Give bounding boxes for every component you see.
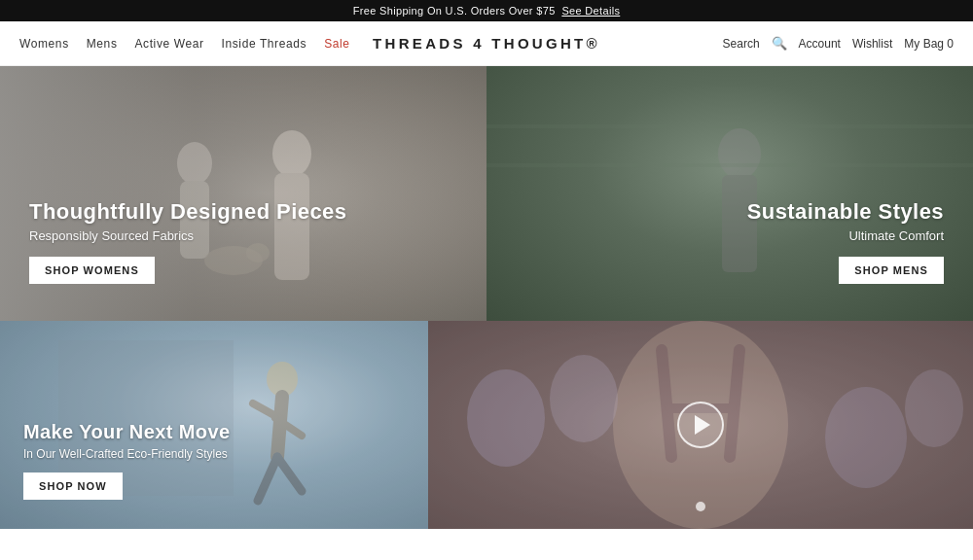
logo[interactable]: THREADS 4 THOUGHT® (373, 35, 600, 52)
svg-rect-8 (486, 124, 973, 128)
svg-point-26 (905, 369, 963, 447)
nav-left: Womens Mens Active Wear Inside Threads S… (19, 37, 350, 51)
nav-search-label[interactable]: Search (723, 37, 760, 51)
nav-womens[interactable]: Womens (19, 37, 69, 51)
nav-sale[interactable]: Sale (324, 37, 349, 51)
nav-wishlist[interactable]: Wishlist (852, 37, 892, 51)
hero-right-headline: Sustainable Styles (747, 199, 944, 225)
svg-point-6 (718, 128, 761, 179)
hero-left-panel: Thoughtfully Designed Pieces Responsibly… (0, 66, 486, 321)
hero-right-content: Sustainable Styles Ultimate Comfort SHOP… (747, 199, 944, 284)
bottom-panels: Make Your Next Move In Our Well-Crafted … (0, 321, 973, 529)
hero-left-content: Thoughtfully Designed Pieces Responsibly… (29, 199, 346, 284)
bottom-left-headline: Make Your Next Move (23, 421, 230, 443)
top-banner: Free Shipping On U.S. Orders Over $75 Se… (0, 0, 973, 21)
bottom-left-sub: In Our Well-Crafted Eco-Friendly Styles (23, 447, 230, 461)
banner-link[interactable]: See Details (561, 5, 620, 17)
hero-left-sub: Responsibly Sourced Fabrics (29, 228, 346, 243)
video-play-button[interactable] (677, 402, 724, 448)
hero-right-sub: Ultimate Comfort (747, 228, 944, 243)
main-nav: Womens Mens Active Wear Inside Threads S… (0, 21, 973, 66)
svg-line-13 (277, 397, 282, 457)
svg-point-25 (825, 387, 907, 488)
banner-text: Free Shipping On U.S. Orders Over $75 (353, 5, 556, 17)
svg-point-23 (467, 369, 545, 467)
shop-mens-button[interactable]: SHOP MENS (839, 257, 944, 284)
nav-mens[interactable]: Mens (87, 37, 118, 51)
video-progress-dot (696, 502, 705, 511)
shop-now-button[interactable]: SHOP NOW (23, 472, 123, 500)
bottom-left-panel: Make Your Next Move In Our Well-Crafted … (0, 321, 428, 529)
shop-womens-button[interactable]: SHOP WOMENS (29, 257, 155, 284)
bottom-right-panel (428, 321, 973, 529)
nav-account[interactable]: Account (799, 37, 841, 51)
hero-section: Thoughtfully Designed Pieces Responsibly… (0, 66, 973, 321)
nav-inside-threads[interactable]: Inside Threads (222, 37, 307, 51)
svg-rect-9 (486, 163, 973, 167)
nav-my-bag[interactable]: My Bag 0 (904, 37, 954, 51)
bottom-left-content: Make Your Next Move In Our Well-Crafted … (23, 421, 230, 500)
svg-point-0 (177, 142, 212, 185)
svg-point-24 (550, 355, 618, 442)
hero-left-headline: Thoughtfully Designed Pieces (29, 199, 346, 225)
nav-right: Search 🔍 Account Wishlist My Bag 0 (723, 36, 954, 51)
search-icon[interactable]: 🔍 (772, 36, 787, 51)
hero-right-panel: Sustainable Styles Ultimate Comfort SHOP… (486, 66, 973, 321)
nav-active-wear[interactable]: Active Wear (134, 37, 203, 51)
svg-point-2 (272, 130, 311, 177)
